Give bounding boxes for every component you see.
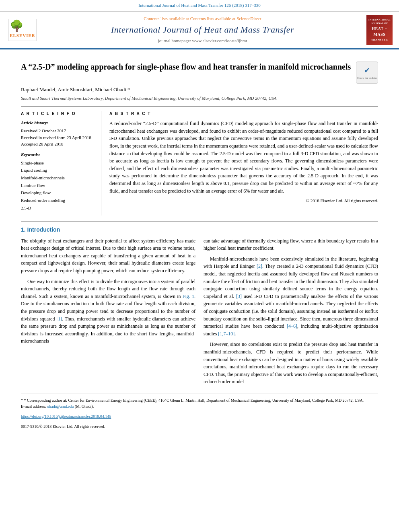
sciencedirect-prefix: Contents lists available at xyxy=(144,16,190,21)
revised-text: Received in revised form 23 April 2018 xyxy=(21,134,95,141)
rights-line: 0017-9310/© 2018 Elsevier Ltd. All right… xyxy=(21,423,378,429)
history-label: Article history: xyxy=(21,120,95,126)
paper-title: A “2.5-D” modeling approach for single-p… xyxy=(21,62,352,72)
authors-text: Raphael Mandel, Amir Shooshtari, Michael… xyxy=(21,86,130,92)
journal-title: International Journal of Heat and Mass T… xyxy=(43,23,362,36)
intro-body-columns: The ubiquity of heat exchangers and thei… xyxy=(21,237,378,389)
fig1-link[interactable]: Fig. 1 xyxy=(183,294,194,299)
intro-right-para-3: However, since no correlations exist to … xyxy=(204,341,378,386)
rights-text: 0017-9310/© 2018 Elsevier Ltd. All right… xyxy=(21,424,105,429)
article-info-col: A R T I C L E I N F O Article history: R… xyxy=(21,111,101,216)
asterisk-symbol: * xyxy=(21,398,24,403)
abstract-col: A B S T R A C T A reduced-order “2.5-D” … xyxy=(109,111,378,216)
doi-bar: International Journal of Heat and Mass T… xyxy=(0,0,399,12)
elsevier-logo: 🌳 ELSEVIER xyxy=(6,19,39,41)
doi-footer-link[interactable]: https://doi.org/10.1016/j.ijheatmasstran… xyxy=(21,414,111,419)
article-history-block: Article history: Received 2 October 2017… xyxy=(21,120,95,147)
abstract-text: A reduced-order “2.5-D” computational fl… xyxy=(109,120,378,195)
intro-right-col: can take advantage of thermally-developi… xyxy=(204,237,378,389)
keyword-6: Reduced-order modeling xyxy=(21,197,95,204)
paper-title-area: A “2.5-D” modeling approach for single-p… xyxy=(21,62,378,102)
email-line: E-mail address: ohadi@umd.edu (M. Ohadi)… xyxy=(21,403,378,409)
check-updates-icon: ✔ xyxy=(364,65,370,76)
email-suffix: (M. Ohadi). xyxy=(75,404,94,409)
ref4-6-link[interactable]: [4–6] xyxy=(287,323,297,329)
keyword-3: Manifold-microchannels xyxy=(21,174,95,182)
keyword-2: Liquid cooling xyxy=(21,166,95,174)
elsevier-logo-box: 🌳 ELSEVIER xyxy=(8,19,37,41)
keyword-1: Single-phase xyxy=(21,159,95,167)
affiliation: Small and Smart Thermal Systems Laborato… xyxy=(21,95,378,102)
keyword-7: 2.5-D xyxy=(21,204,95,212)
section-title: 1. Introduction xyxy=(21,226,378,234)
intro-para-1: The ubiquity of heat exchangers and thei… xyxy=(21,237,195,275)
intro-right-para-1: can take advantage of thermally-developi… xyxy=(204,237,378,252)
journal-header: 🌳 ELSEVIER Contents lists available at C… xyxy=(0,12,399,49)
elsevier-tree-icon: 🌳 xyxy=(10,21,35,32)
ref2-link[interactable]: [2] xyxy=(257,263,262,269)
cover-line3: TRANSFER xyxy=(371,38,388,42)
check-updates-badge: ✔ Check for updates xyxy=(356,62,378,84)
article-abstract-columns: A R T I C L E I N F O Article history: R… xyxy=(21,107,378,216)
journal-homepage: journal homepage: www.elsevier.com/locat… xyxy=(43,38,362,44)
keyword-4: Laminar flow xyxy=(21,182,95,189)
email-label: E-mail address: xyxy=(21,404,46,409)
journal-cover: INTERNATIONAL JOURNAL OF HEAT + MASS TRA… xyxy=(366,15,393,45)
content: A “2.5-D” modeling approach for single-p… xyxy=(0,49,399,436)
sciencedirect-line: Contents lists available at Contents lis… xyxy=(43,16,362,22)
keywords-block: Keywords: Single-phase Liquid cooling Ma… xyxy=(21,152,95,212)
section-name: Introduction xyxy=(27,226,60,233)
footnote-text: * * Corresponding author at: Center for … xyxy=(21,397,378,403)
page: International Journal of Heat and Mass T… xyxy=(0,0,399,532)
intro-para-2: One way to minimize this effect is to di… xyxy=(21,278,195,345)
ref1-7-10-link[interactable]: [1,7–10] xyxy=(218,331,234,337)
authors: Raphael Mandel, Amir Shooshtari, Michael… xyxy=(21,86,378,94)
check-updates-label: Check for updates xyxy=(357,76,377,80)
footnote-content: * Corresponding author at: Center for En… xyxy=(24,398,364,403)
footnote-area: * * Corresponding author at: Center for … xyxy=(21,394,378,429)
keyword-5: Developing flow xyxy=(21,189,95,197)
email-address[interactable]: ohadi@umd.edu xyxy=(47,404,74,409)
intro-right-para-2: Manifold-microchannels have been extensi… xyxy=(204,255,378,338)
received-text: Received 2 October 2017 xyxy=(21,127,95,134)
abstract-heading: A B S T R A C T xyxy=(109,111,378,117)
journal-center: Contents lists available at Contents lis… xyxy=(43,16,362,45)
section-number: 1. xyxy=(21,226,26,233)
cover-line2: HEAT + MASS xyxy=(368,26,391,38)
doi-footer-line: https://doi.org/10.1016/j.ijheatmasstran… xyxy=(21,413,378,419)
article-info-heading: A R T I C L E I N F O xyxy=(21,111,95,117)
introduction-section: 1. Introduction The ubiquity of heat exc… xyxy=(21,221,378,389)
sciencedirect-brand[interactable]: Contents lists available at ScienceDirec… xyxy=(190,16,261,21)
cover-line1: INTERNATIONAL JOURNAL OF xyxy=(368,18,391,25)
ref1-link-left[interactable]: [1] xyxy=(56,316,62,322)
copyright-text: © 2018 Elsevier Ltd. All rights reserved… xyxy=(109,198,378,204)
accepted-text: Accepted 26 April 2018 xyxy=(21,141,95,148)
intro-left-col: The ubiquity of heat exchangers and thei… xyxy=(21,237,195,389)
keywords-label: Keywords: xyxy=(21,152,95,158)
elsevier-label: ELSEVIER xyxy=(10,33,35,39)
doi-bar-text: International Journal of Heat and Mass T… xyxy=(138,3,260,8)
paper-title-section: A “2.5-D” modeling approach for single-p… xyxy=(21,62,378,84)
ref3-link[interactable]: [3] xyxy=(236,294,242,299)
